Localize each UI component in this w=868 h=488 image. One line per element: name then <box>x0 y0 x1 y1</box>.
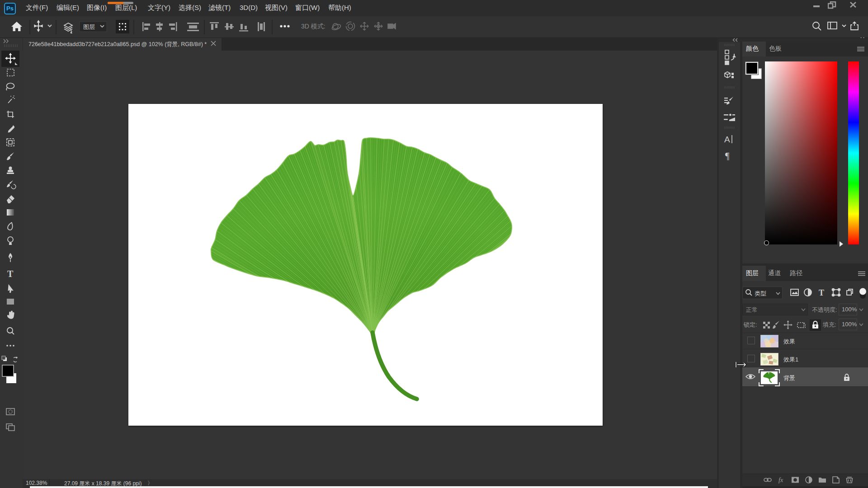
svg-text:T: T <box>819 288 824 297</box>
svg-text:T: T <box>7 269 14 279</box>
svg-text:图层: 图层 <box>83 23 95 30</box>
svg-text:A: A <box>724 135 730 144</box>
svg-text:¶: ¶ <box>725 150 730 161</box>
svg-text:3D 模式:: 3D 模式: <box>301 23 326 30</box>
svg-text:fx: fx <box>778 477 783 483</box>
